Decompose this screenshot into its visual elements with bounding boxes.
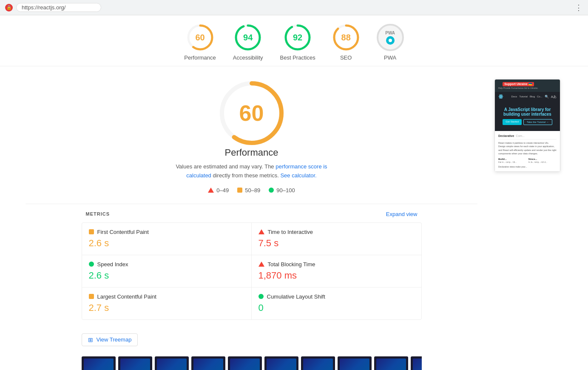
big-performance-score: 60 — [239, 100, 264, 126]
score-legend: 0–49 50–89 90–100 — [208, 187, 295, 194]
seo-label: SEO — [340, 54, 352, 61]
screenshot-8 — [338, 356, 372, 370]
cls-indicator — [258, 294, 264, 299]
screenshot-5 — [228, 356, 262, 370]
browser-bar: 🔒 https://reactjs.org/ ⋮ — [0, 0, 588, 15]
treemap-icon: ⊞ — [88, 336, 93, 343]
svg-point-13 — [500, 96, 501, 97]
tbt-indicator — [258, 262, 264, 267]
expand-view-button[interactable]: Expand view — [386, 211, 418, 217]
best-practices-score: 92 — [293, 33, 302, 43]
cls-value: 0 — [258, 302, 415, 313]
performance-description: Values are estimated and may vary. The p… — [175, 162, 328, 180]
screenshot-1 — [82, 356, 116, 370]
calculator-link[interactable]: See calculator. — [280, 172, 316, 179]
metrics-label: METRICS — [86, 211, 110, 216]
tab-accessibility[interactable]: 94 Accessibility — [233, 24, 263, 61]
seo-score: 88 — [341, 33, 351, 43]
pwa-label: PWA — [384, 54, 396, 61]
legend-fail: 0–49 — [208, 187, 229, 194]
metric-tti: Time to Interactive 7.5 s — [252, 223, 421, 255]
best-practices-label: Best Practices — [280, 54, 315, 61]
react-logo-site — [498, 94, 503, 99]
average-icon — [237, 188, 242, 193]
accessibility-score: 94 — [243, 33, 253, 43]
pass-icon — [269, 188, 274, 193]
treemap-label: View Treemap — [97, 336, 132, 343]
site-screenshot: Support Ukraine 🇺🇦 Help Provide Humanita… — [494, 79, 560, 172]
site-hero: A JavaScript library forbuilding user in… — [495, 101, 560, 131]
legend-pass: 90–100 — [269, 187, 295, 194]
lcp-value: 2.7 s — [89, 302, 244, 313]
screenshot-10 — [411, 356, 422, 370]
performance-title: Performance — [225, 147, 278, 158]
lcp-indicator — [89, 294, 94, 299]
si-value: 2.6 s — [89, 270, 244, 281]
metric-lcp: Largest Contentful Paint 2.7 s — [82, 287, 252, 319]
fcp-name: First Contentful Paint — [97, 229, 149, 235]
tti-value: 7.5 s — [258, 238, 415, 249]
tbt-name: Total Blocking Time — [268, 261, 315, 268]
screenshot-7 — [301, 356, 335, 370]
screenshot-9 — [374, 356, 408, 370]
tti-indicator — [258, 229, 264, 234]
site-nav: Support Ukraine 🇺🇦 Help Provide Humanita… — [495, 80, 560, 92]
pwa-dot-inner — [389, 39, 392, 42]
right-panel: Support Ukraine 🇺🇦 Help Provide Humanita… — [494, 79, 562, 370]
accessibility-label: Accessibility — [233, 54, 263, 61]
performance-gauge: 60 — [218, 79, 286, 147]
tab-pwa[interactable]: PWA PWA — [377, 24, 404, 61]
fcp-value: 2.6 s — [89, 238, 244, 249]
left-panel: 60 Performance Values are estimated and … — [26, 79, 477, 370]
metrics-section: METRICS Expand view First Contentful Pai… — [82, 211, 422, 346]
take-tutorial-btn: Take the Tutorial → — [523, 119, 552, 125]
site-toolbar: Docs Tutorial Blog Co... 🔍 Aあ — [495, 92, 560, 101]
metrics-grid: First Contentful Paint 2.6 s Time to Int… — [82, 222, 422, 320]
score-tabs: 60 Performance 94 Accessibility — [0, 15, 588, 66]
tab-seo[interactable]: 88 SEO — [332, 24, 360, 61]
ukraine-banner: Support Ukraine 🇺🇦 — [503, 82, 534, 86]
tbt-value: 1,870 ms — [258, 270, 415, 281]
screenshot-2 — [118, 356, 152, 370]
pwa-circle: PWA — [377, 24, 404, 51]
fail-icon — [208, 188, 214, 193]
pwa-text: PWA — [385, 31, 395, 35]
tab-performance[interactable]: 60 Performance — [184, 24, 216, 61]
main-content: 60 Performance Values are estimated and … — [0, 66, 588, 370]
si-name: Speed Index — [97, 261, 128, 268]
site-react-title: A JavaScript library forbuilding user in… — [499, 107, 556, 117]
browser-icon: 🔒 — [5, 4, 13, 11]
screenshot-6 — [264, 356, 298, 370]
metric-cls: Cumulative Layout Shift 0 — [252, 287, 421, 319]
pass-range: 90–100 — [276, 187, 295, 194]
browser-menu-icon[interactable]: ⋮ — [575, 3, 583, 12]
lcp-name: Largest Contentful Paint — [97, 293, 156, 300]
tab-best-practices[interactable]: 92 Best Practices — [280, 24, 315, 61]
performance-score: 60 — [195, 33, 205, 43]
cls-name: Cumulative Layout Shift — [267, 293, 325, 300]
get-started-btn: Get Started — [503, 119, 522, 125]
metric-tbt: Total Blocking Time 1,870 ms — [252, 255, 421, 287]
screenshot-strip — [82, 350, 422, 370]
fcp-indicator — [89, 229, 94, 234]
pwa-dot — [386, 36, 395, 45]
fail-range: 0–49 — [216, 187, 229, 194]
tti-name: Time to Interactive — [268, 229, 313, 235]
screenshot-4 — [191, 356, 225, 370]
ukraine-text: Help Provide Humanitarian Aid to Ukraine… — [498, 87, 538, 89]
treemap-button[interactable]: ⊞ View Treemap — [82, 333, 138, 346]
si-indicator — [89, 262, 94, 267]
metric-fcp: First Contentful Paint 2.6 s — [82, 223, 252, 255]
site-content-area: Declarative Com... React makes it painle… — [495, 131, 560, 171]
average-range: 50–89 — [245, 187, 260, 194]
screenshot-3 — [155, 356, 189, 370]
metric-si: Speed Index 2.6 s — [82, 255, 252, 287]
metrics-header: METRICS Expand view — [82, 211, 422, 217]
url-bar[interactable]: https://reactjs.org/ — [16, 3, 101, 12]
performance-label: Performance — [184, 54, 216, 61]
legend-average: 50–89 — [237, 187, 260, 194]
